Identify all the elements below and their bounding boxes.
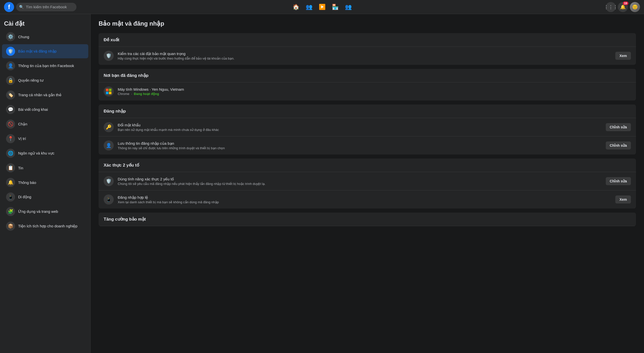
profile-tagging-icon: 🏷️: [6, 90, 15, 99]
sidebar-item-label-general: Chung: [18, 35, 29, 39]
sidebar-item-label-profile-info: Thông tin của bạn trên Facebook: [18, 64, 74, 68]
change-password-button[interactable]: Chỉnh sửa: [606, 123, 631, 131]
sidebar-item-mobile[interactable]: 📱 Di động: [2, 190, 88, 204]
sidebar-item-news[interactable]: 📋 Tin: [2, 161, 88, 175]
main-content: Bảo mật và đăng nhập Đề xuất 🛡️ Kiểm tra…: [91, 14, 644, 353]
search-bar[interactable]: 🔍: [16, 3, 76, 11]
sidebar-item-label-mobile: Di động: [18, 195, 31, 199]
sidebar-item-blocking[interactable]: 🚫 Chặn: [2, 117, 88, 131]
row-check-settings: 🛡️ Kiểm tra các cài đặt bảo mật quan trọ…: [99, 47, 636, 65]
save-login-title: Lưu thông tin đăng nhập của bạn: [118, 141, 602, 146]
facebook-logo[interactable]: f: [4, 2, 14, 12]
sidebar-item-profile-info[interactable]: 👤 Thông tin của bạn trên Facebook: [2, 59, 88, 73]
sidebar-item-general[interactable]: ⚙️ Chung: [2, 30, 88, 44]
privacy-icon: 🔒: [6, 76, 15, 85]
use-2fa-action: Chỉnh sửa: [606, 177, 631, 185]
nav-groups-button[interactable]: 👥: [342, 1, 354, 13]
sidebar-item-apps[interactable]: 🧩 Ứng dụng và trang web: [2, 205, 88, 219]
windows-session-desc: Chrome · Đang hoạt động: [118, 92, 631, 96]
authorized-logins-action: Xem: [615, 195, 631, 204]
sidebar-item-profile-tagging[interactable]: 🏷️ Trang cá nhân và gắn thẻ: [2, 88, 88, 102]
section-suggestions: Đề xuất 🛡️ Kiểm tra các cài đặt bảo mật …: [99, 33, 636, 65]
sidebar-item-security[interactable]: 🛡️ Bảo mật và đăng nhập: [2, 44, 88, 58]
section-logged-in-header: Nơi bạn đã đăng nhập: [99, 69, 636, 82]
authorized-logins-button[interactable]: Xem: [615, 195, 631, 204]
authorized-logins-content: Đăng nhập hợp lệ Xem lại danh sách thiết…: [118, 195, 611, 204]
sidebar-item-label-notifications: Thông báo: [18, 180, 36, 185]
sidebar-item-label-profile-tagging: Trang cá nhân và gắn thẻ: [18, 93, 61, 97]
check-settings-title: Kiểm tra các cài đặt bảo mật quan trọng: [118, 52, 611, 56]
sidebar-item-label-apps: Ứng dụng và trang web: [18, 209, 58, 214]
sidebar-title: Cài đặt: [0, 16, 90, 29]
windows-session-content: Máy tính Windows · Yen Nguu, Vietnam Chr…: [118, 87, 631, 96]
check-settings-action: Xem: [615, 52, 631, 60]
change-password-title: Đổi mật khẩu: [118, 123, 602, 127]
sidebar-item-public-posts[interactable]: 💬 Bài viết công khai: [2, 103, 88, 117]
sidebar-item-language[interactable]: 🌐 Ngôn ngữ và khu vực: [2, 146, 88, 160]
authorized-logins-icon: 📱: [104, 194, 114, 205]
section-two-factor-header: Xác thực 2 yếu tố: [99, 159, 636, 172]
search-icon: 🔍: [19, 5, 24, 9]
use-2fa-desc: Chúng tôi sẽ yêu cầu mã đăng nhập nếu ph…: [118, 182, 602, 186]
save-login-content: Lưu thông tin đăng nhập của bạn Thông ti…: [118, 141, 602, 150]
change-password-action: Chỉnh sửa: [606, 123, 631, 131]
nav-marketplace-button[interactable]: 🏪: [329, 1, 341, 13]
row-authorized-logins: 📱 Đăng nhập hợp lệ Xem lại danh sách thi…: [99, 190, 636, 209]
sidebar-item-label-business: Tiện ích tích hợp cho doanh nghiệp: [18, 224, 77, 228]
general-icon: ⚙️: [6, 32, 15, 41]
check-settings-icon: 🛡️: [104, 51, 114, 61]
nav-friends-button[interactable]: 👥: [303, 1, 315, 13]
use-2fa-button[interactable]: Chỉnh sửa: [606, 177, 631, 185]
section-two-factor-title: Xác thực 2 yếu tố: [104, 163, 139, 168]
row-change-password: 🔑 Đổi mật khẩu Bạn nên sử dụng mật khẩu …: [99, 118, 636, 136]
windows-session-title: Máy tính Windows · Yen Nguu, Vietnam: [118, 87, 631, 91]
security-icon: 🛡️: [6, 47, 15, 56]
sidebar-item-label-security: Bảo mật và đăng nhập: [18, 49, 57, 54]
sidebar-item-label-location: Vị trí: [18, 136, 26, 141]
topnav-left: f 🔍: [4, 2, 76, 12]
save-login-action: Chỉnh sửa: [606, 141, 631, 149]
section-suggestions-header: Đề xuất: [99, 33, 636, 47]
location-icon: 📍: [6, 134, 15, 143]
sidebar-item-notifications[interactable]: 🔔 Thông báo: [2, 175, 88, 189]
sidebar-item-business[interactable]: 📦 Tiện ích tích hợp cho doanh nghiệp: [2, 219, 88, 233]
notifications-button[interactable]: 🔔 19: [618, 2, 628, 12]
active-status: Đang hoạt động: [134, 92, 159, 96]
nav-home-button[interactable]: 🏠: [290, 1, 302, 13]
sidebar-item-location[interactable]: 📍 Vị trí: [2, 132, 88, 146]
windows-session-icon: [104, 86, 114, 96]
row-windows-session: Máy tính Windows · Yen Nguu, Vietnam Chr…: [99, 82, 636, 100]
section-logged-in: Nơi bạn đã đăng nhập Máy tính Windows · …: [99, 69, 636, 100]
avatar-icon: 😊: [630, 2, 640, 12]
profile-avatar-button[interactable]: 😊: [630, 2, 640, 12]
page-title: Bảo mật và đăng nhập: [99, 20, 636, 27]
topnav: f 🔍 🏠 👥 ▶️ 🏪 👥 ⋮⋮⋮ 🔔 19 😊: [0, 0, 644, 14]
check-settings-button[interactable]: Xem: [615, 52, 631, 60]
sidebar-item-label-news: Tin: [18, 166, 23, 170]
section-two-factor: Xác thực 2 yếu tố 🛡️ Dùng tính năng xác …: [99, 159, 636, 209]
nav-video-button[interactable]: ▶️: [316, 1, 328, 13]
authorized-logins-title: Đăng nhập hợp lệ: [118, 195, 611, 200]
section-login: Đăng nhập 🔑 Đổi mật khẩu Bạn nên sử dụng…: [99, 105, 636, 155]
notification-badge: 19: [623, 2, 628, 5]
sidebar-item-privacy[interactable]: 🔒 Quyền riêng tư: [2, 73, 88, 87]
topnav-right: ⋮⋮⋮ 🔔 19 😊: [606, 2, 640, 12]
blocking-icon: 🚫: [6, 120, 15, 129]
business-icon: 📦: [6, 222, 15, 231]
change-password-desc: Bạn nên sử dụng mật khẩu mạnh mà mình ch…: [118, 128, 602, 132]
main-layout: Cài đặt ⚙️ Chung 🛡️ Bảo mật và đăng nhập…: [0, 14, 644, 353]
grid-menu-button[interactable]: ⋮⋮⋮: [606, 2, 616, 12]
profile-info-icon: 👤: [6, 61, 15, 70]
save-login-button[interactable]: Chỉnh sửa: [606, 141, 631, 149]
authorized-logins-desc: Xem lại danh sách thiết bị mà bạn sẽ khô…: [118, 200, 611, 204]
section-enhanced-security-title: Tăng cường bảo mật: [104, 217, 146, 222]
save-login-desc: Thông tin này sẽ chỉ được lưu trên những…: [118, 146, 602, 150]
change-password-content: Đổi mật khẩu Bạn nên sử dụng mật khẩu mạ…: [118, 123, 602, 132]
check-settings-content: Kiểm tra các cài đặt bảo mật quan trọng …: [118, 52, 611, 60]
use-2fa-icon: 🛡️: [104, 176, 114, 186]
news-icon: 📋: [6, 163, 15, 172]
section-login-title: Đăng nhập: [104, 109, 126, 114]
section-enhanced-security-header: Tăng cường bảo mật: [99, 213, 636, 226]
sidebar-item-label-language: Ngôn ngữ và khu vực: [18, 151, 54, 156]
search-input[interactable]: [26, 5, 73, 9]
